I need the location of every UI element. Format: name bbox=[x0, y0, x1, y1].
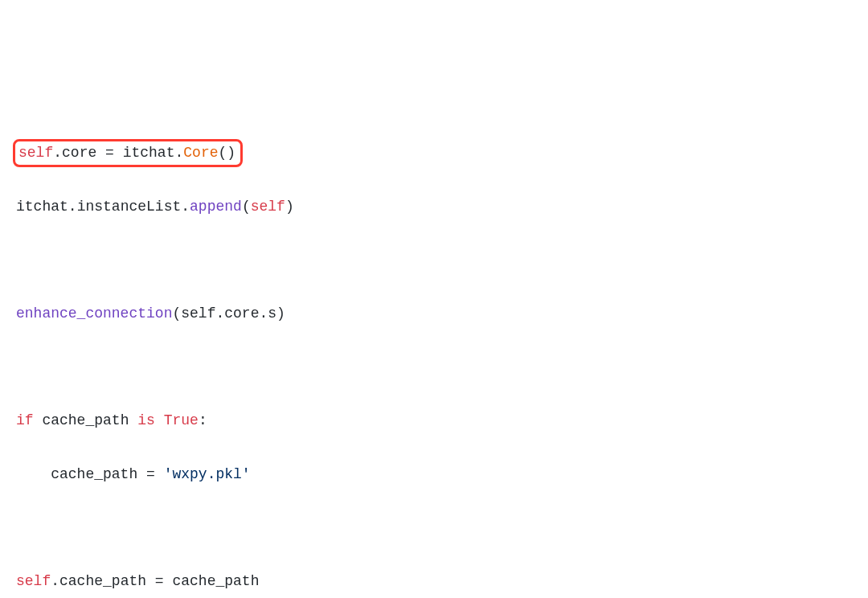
code-line-1: self.core = itchat.Core() bbox=[16, 140, 852, 166]
code-line-7: cache_path = 'wxpy.pkl' bbox=[16, 461, 852, 488]
class-core: Core bbox=[183, 145, 218, 161]
keyword-self: self bbox=[18, 145, 53, 161]
code-line-5 bbox=[16, 354, 852, 381]
code-block: self.core = itchat.Core() itchat.instanc… bbox=[16, 113, 852, 598]
code-line-6: if cache_path is True: bbox=[16, 408, 852, 434]
code-line-4: enhance_connection(self.core.s) bbox=[16, 301, 852, 327]
code-line-2: itchat.instanceList.append(self) bbox=[16, 194, 852, 220]
code-line-3 bbox=[16, 248, 852, 274]
code-line-9: self.cache_path = cache_path bbox=[16, 568, 852, 595]
highlight-1: self.core = itchat.Core() bbox=[13, 139, 243, 167]
fn-append: append bbox=[190, 199, 242, 215]
fn-enhance: enhance_connection bbox=[16, 305, 172, 322]
code-line-8 bbox=[16, 515, 852, 542]
